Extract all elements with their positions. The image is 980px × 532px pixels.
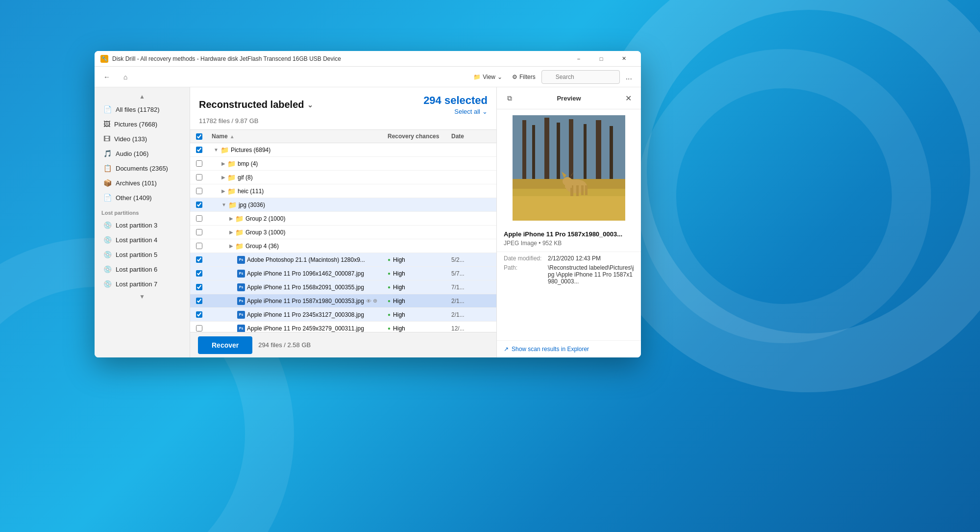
svg-rect-2 (522, 120, 526, 184)
folder-icon: 📁 (227, 187, 236, 195)
row-checkbox[interactable] (196, 270, 202, 277)
recover-button[interactable]: Recover (198, 336, 252, 354)
ps-file-icon: Ps (237, 297, 245, 305)
copy-link-icon[interactable]: ⊕ (373, 298, 377, 304)
row-name-cell: ▶ 📁 heic (111) (208, 186, 384, 197)
file-table: Name ▲ Recovery chances Date (190, 129, 496, 332)
row-checkbox[interactable] (196, 229, 202, 235)
home-button[interactable]: ⌂ (118, 70, 133, 84)
search-input[interactable] (541, 70, 620, 84)
row-name-cell[interactable]: Ps Apple iPhone 11 Pro 2459x3279_000311.… (208, 323, 384, 332)
row-recovery-cell (384, 217, 447, 220)
row-recovery-cell: ● High (384, 255, 447, 265)
eye-icon[interactable]: 👁 (366, 298, 371, 304)
row-name-cell[interactable]: Ps Apple iPhone 11 Pro 2345x3127_000308.… (208, 309, 384, 320)
filter-icon: ⚙ (512, 74, 517, 80)
row-checkbox[interactable] (196, 311, 202, 318)
sidebar-scroll-down[interactable]: ▼ (95, 291, 190, 302)
row-checkbox[interactable] (196, 188, 202, 194)
row-checkbox[interactable] (196, 298, 202, 304)
sidebar-item-video[interactable]: 🎞 Video (133) (97, 131, 188, 146)
sidebar-item-all-files[interactable]: 📄 All files (11782) (97, 102, 188, 117)
minimize-button[interactable]: − (567, 51, 590, 67)
table-header: Name ▲ Recovery chances Date (190, 129, 496, 143)
row-recovery-cell (384, 149, 447, 152)
folder-title-chevron[interactable]: ⌄ (307, 101, 313, 109)
row-name-cell[interactable]: Ps Adobe Photoshop 21.1 (Macintosh) 1280… (208, 254, 384, 265)
sidebar-item-lp5[interactable]: 💿 Lost partition 5 (97, 247, 188, 262)
archives-icon: 📦 (103, 179, 112, 187)
collapse-arrow-icon[interactable]: ▼ (214, 147, 219, 152)
title-bar: 🔧 Disk Drill - All recovery methods - Ha… (95, 51, 641, 67)
sidebar-item-other[interactable]: 📄 Other (1409) (97, 190, 188, 205)
select-all-checkbox[interactable] (196, 133, 202, 140)
row-checkbox[interactable] (196, 147, 202, 153)
chevron-down-icon: ⌄ (497, 74, 502, 80)
ps-file-icon: Ps (237, 311, 245, 319)
row-checkbox[interactable] (196, 174, 202, 180)
expand-arrow-icon[interactable]: ▶ (221, 188, 225, 194)
row-checkbox[interactable] (196, 243, 202, 249)
preview-filetype: JPEG Image • 952 KB (497, 240, 641, 252)
svg-rect-12 (513, 196, 625, 221)
expand-arrow-icon[interactable]: ▶ (221, 175, 225, 180)
preview-filename: Apple iPhone 11 Pro 1587x1980_0003... (497, 227, 641, 240)
high-dot-icon: ● (388, 326, 391, 331)
row-checkbox[interactable] (196, 160, 202, 167)
sidebar-item-lp6[interactable]: 💿 Lost partition 6 (97, 262, 188, 277)
row-name-cell[interactable]: Ps Apple iPhone 11 Pro 1096x1462_000087.… (208, 268, 384, 279)
expand-arrow-icon[interactable]: ▶ (229, 229, 233, 235)
row-checkbox[interactable] (196, 256, 202, 263)
expand-arrow-icon[interactable]: ▶ (229, 243, 233, 249)
row-recovery-cell: ● High (384, 310, 447, 320)
sidebar-scroll-up[interactable]: ▲ (95, 91, 190, 102)
row-date-cell (447, 245, 487, 248)
back-button[interactable]: ← (99, 70, 114, 84)
row-checkbox[interactable] (196, 215, 202, 222)
row-name-cell: ▶ 📁 Group 3 (1000) (208, 227, 384, 238)
window-title: Disk Drill - All recovery methods - Hard… (112, 55, 567, 62)
sidebar-item-archives[interactable]: 📦 Archives (101) (97, 176, 188, 190)
preview-copy-button[interactable]: ⧉ (503, 91, 516, 105)
close-button[interactable]: ✕ (612, 51, 635, 67)
high-dot-icon: ● (388, 257, 391, 262)
bottom-bar: Recover 294 files / 2.58 GB (190, 332, 496, 357)
row-checkbox[interactable] (196, 202, 202, 208)
sidebar-item-pictures[interactable]: 🖼 Pictures (7668) (97, 117, 188, 131)
preview-image (513, 115, 625, 221)
folder-icon: 📁 (220, 146, 229, 154)
preview-close-button[interactable]: ✕ (621, 91, 635, 105)
maximize-button[interactable]: □ (590, 51, 612, 67)
select-all-button[interactable]: Select all ⌄ (454, 108, 488, 115)
view-button[interactable]: 📁 View ⌄ (469, 72, 506, 82)
svg-rect-8 (596, 120, 601, 184)
selected-count: 294 selected (423, 94, 488, 107)
row-recovery-cell: ● High (384, 296, 447, 306)
sidebar-item-lp4[interactable]: 💿 Lost partition 4 (97, 232, 188, 247)
collapse-arrow-icon[interactable]: ▼ (221, 202, 226, 207)
row-name-cell[interactable]: Ps Apple iPhone 11 Pro 1568x2091_000355.… (208, 282, 384, 293)
high-dot-icon: ● (388, 271, 391, 276)
content-area: ▲ 📄 All files (11782) 🖼 Pictures (7668) … (95, 87, 641, 357)
lp3-icon: 💿 (103, 221, 112, 229)
expand-arrow-icon[interactable]: ▶ (221, 161, 225, 166)
preview-panel: ⧉ Preview ✕ (496, 87, 641, 357)
svg-rect-4 (544, 118, 549, 184)
expand-arrow-icon[interactable]: ▶ (229, 216, 233, 221)
sidebar-item-lp7[interactable]: 💿 Lost partition 7 (97, 277, 188, 291)
preview-header: ⧉ Preview ✕ (497, 87, 641, 109)
row-checkbox[interactable] (196, 325, 202, 331)
row-name-cell[interactable]: Ps Apple iPhone 11 Pro 1587x1980_000353.… (208, 296, 384, 306)
sidebar-item-documents[interactable]: 📋 Documents (2365) (97, 161, 188, 176)
more-button[interactable]: ... (622, 71, 636, 83)
filters-button[interactable]: ⚙ Filters (508, 72, 539, 82)
sidebar-item-lp3[interactable]: 💿 Lost partition 3 (97, 218, 188, 232)
row-date-cell: 7/1... (447, 282, 487, 292)
show-in-explorer-button[interactable]: ↗ Show scan results in Explorer (497, 340, 641, 357)
high-dot-icon: ● (388, 298, 391, 304)
video-icon: 🎞 (103, 135, 110, 143)
row-recovery-cell (384, 203, 447, 206)
sidebar-item-audio[interactable]: 🎵 Audio (106) (97, 146, 188, 161)
svg-rect-3 (532, 125, 535, 184)
row-checkbox[interactable] (196, 284, 202, 290)
